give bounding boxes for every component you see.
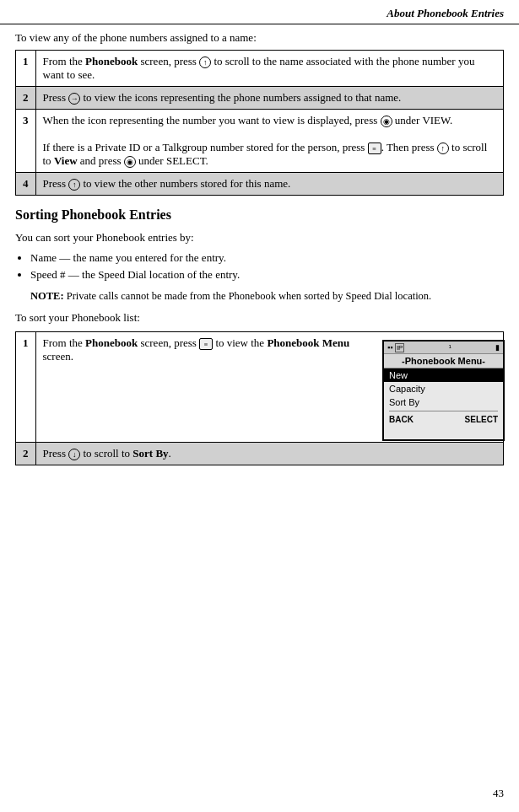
view-bold: View xyxy=(54,154,78,167)
step-num-3: 3 xyxy=(16,110,36,173)
scroll-icon-4: ↑ xyxy=(68,179,80,191)
screen-item-new: New xyxy=(384,368,503,382)
sort-step-num-1: 1 xyxy=(16,332,36,443)
scroll-icon-2: → xyxy=(68,93,80,105)
scroll-icon-1: ↑ xyxy=(199,56,211,68)
step-content-2: Press → to view the icons representing t… xyxy=(35,87,504,110)
view-step-2: 2 Press → to view the icons representing… xyxy=(16,87,504,110)
sorting-note: NOTE: Private calls cannot be made from … xyxy=(30,290,504,303)
sort-step-1: 1 From the Phonebook screen, press ≡ to … xyxy=(16,332,504,443)
phonebook-screen: ▪▪ IP ¹ ▮ -Phonebook Menu- New Capacity … xyxy=(374,336,496,438)
screen-status-bar: ▪▪ IP ¹ ▮ xyxy=(384,341,503,354)
step-content-4: Press ↑ to view the other numbers stored… xyxy=(35,173,504,196)
view-steps-table: 1 From the Phonebook screen, press ↑ to … xyxy=(15,50,504,196)
sort-list-intro: To sort your Phonebook list: xyxy=(0,308,519,328)
view-step-4: 4 Press ↑ to view the other numbers stor… xyxy=(16,173,504,196)
sort-step-content-2: Press ↓ to scroll to Sort By. xyxy=(35,443,504,465)
step-content-3: When the icon representing the number yo… xyxy=(35,110,504,173)
sort-steps-table: 1 From the Phonebook screen, press ≡ to … xyxy=(15,331,504,465)
sort-step-1-text: From the Phonebook screen, press ≡ to vi… xyxy=(43,336,375,363)
select-softkey: SELECT xyxy=(465,415,498,424)
screen-softkeys: BACK SELECT xyxy=(384,413,503,430)
phonebook-screen-display: ▪▪ IP ¹ ▮ -Phonebook Menu- New Capacity … xyxy=(382,340,505,441)
sort-step-content-1: From the Phonebook screen, press ≡ to vi… xyxy=(35,332,504,443)
page-header: About Phonebook Entries xyxy=(0,0,519,24)
screen-title: -Phonebook Menu- xyxy=(384,354,503,368)
view-intro: To view any of the phone numbers assigne… xyxy=(0,24,519,50)
back-softkey: BACK xyxy=(389,415,414,424)
view-step-3: 3 When the icon representing the number … xyxy=(16,110,504,173)
select-icon-3: ◉ xyxy=(124,156,136,168)
phonebook-bold-1: Phonebook xyxy=(85,55,138,67)
phonebook-bold-sort: Phonebook xyxy=(85,336,138,349)
bullet-speed: Speed # — the Speed Dial location of the… xyxy=(30,266,504,283)
menu-icon-sort: ≡ xyxy=(199,338,213,350)
step-num-2: 2 xyxy=(16,87,36,110)
screen-battery-icon: ▮ xyxy=(495,343,500,352)
sort-step-2: 2 Press ↓ to scroll to Sort By. xyxy=(16,443,504,465)
note-label: NOTE: xyxy=(30,290,64,302)
sort-step-1-flex: From the Phonebook screen, press ≡ to vi… xyxy=(43,336,497,438)
screen-item-capacity: Capacity xyxy=(384,382,503,395)
screen-divider xyxy=(389,411,498,411)
step-num-1: 1 xyxy=(16,51,36,87)
screen-num-icon: ¹ xyxy=(449,343,451,352)
page-number: 43 xyxy=(493,787,504,800)
screen-signal-icon: ▪▪ IP xyxy=(387,343,404,352)
screen-item-sortby: Sort By xyxy=(384,395,503,409)
sort-by-bold: Sort By xyxy=(132,447,168,460)
view-intro-text: To view any of the phone numbers assigne… xyxy=(15,31,257,44)
header-title: About Phonebook Entries xyxy=(387,7,504,19)
step-num-4: 4 xyxy=(16,173,36,196)
step-content-1: From the Phonebook screen, press ↑ to sc… xyxy=(35,51,504,87)
sorting-heading: Sorting Phonebook Entries xyxy=(0,196,519,228)
phonebook-menu-bold: Phonebook Menu xyxy=(267,336,349,349)
bullet-name: Name — the name you entered for the entr… xyxy=(30,250,504,266)
view-step-1: 1 From the Phonebook screen, press ↑ to … xyxy=(16,51,504,87)
note-text: Private calls cannot be made from the Ph… xyxy=(67,290,432,302)
scroll-down-icon: ↓ xyxy=(68,449,80,460)
menu-icon-3: ≡ xyxy=(368,143,381,154)
scroll-icon-3: ↑ xyxy=(437,143,449,154)
sorting-intro: You can sort your Phonebook entries by: xyxy=(0,228,519,248)
sorting-bullets: Name — the name you entered for the entr… xyxy=(0,248,519,285)
view-icon: ◉ xyxy=(381,116,392,127)
screen-softkey-bar: BACK SELECT xyxy=(384,413,503,426)
sort-step-num-2: 2 xyxy=(16,443,36,465)
